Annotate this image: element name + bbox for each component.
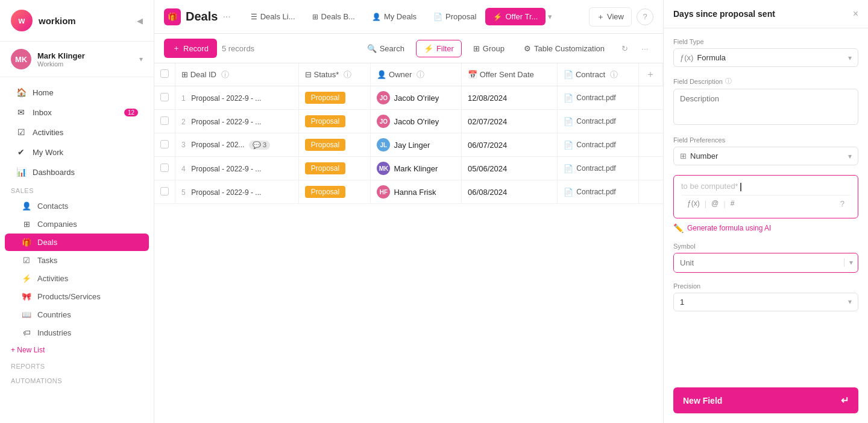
sidebar-item-industries[interactable]: 🏷 Industries [5,324,149,342]
tab-offer-tracker[interactable]: ⚡ Offer Tr... [485,8,546,25]
tab-my-deals[interactable]: 👤 My Deals [364,8,424,25]
field-type-select[interactable]: ƒ(x) Formula ▾ [673,48,858,67]
sidebar-item-my-work[interactable]: ✔ My Work [5,142,149,162]
row-checkbox[interactable] [154,157,175,180]
sidebar-item-tasks[interactable]: ☑ Tasks [5,252,149,269]
panel-close-button[interactable]: × [853,8,858,19]
top-bar: 🎁 Deals ··· ☰ Deals Li... ⊞ Deals B... 👤… [154,0,663,34]
status-badge: Proposal [305,139,345,151]
sidebar-item-activities-top[interactable]: ☑ Activities [5,122,149,142]
user-chevron-icon[interactable]: ▾ [139,55,143,63]
sidebar-item-home[interactable]: 🏠 Home [5,83,149,102]
sidebar-item-label: My Work [33,148,63,157]
formula-help-button[interactable]: ? [840,199,844,208]
col-offer-sent-date[interactable]: 📅 Offer Sent Date [462,63,558,86]
owner-cell: JO Jacob O'riley [371,110,462,133]
offer-icon: ⚡ [493,13,502,21]
my-deals-icon: 👤 [372,13,381,21]
page-more-button[interactable]: ··· [222,11,230,22]
owner-name: Jacob O'riley [394,117,439,126]
refresh-button[interactable]: ↻ [616,40,633,57]
field-desc-input[interactable] [673,89,858,125]
contract-icon: 📄 [564,70,573,79]
ai-label: Generate formula using AI [687,224,771,232]
row-number: 3 [181,141,186,149]
field-pref-section: Field Preferences ⊞ Number ▾ [673,136,858,165]
deals-table: ⊞ Deal ID ⓘ ⊟ Status* ⓘ 👤 Owner ⓘ [154,63,663,204]
unit-chevron-icon[interactable]: ▾ [844,258,858,267]
activities-sub-icon: ⚡ [22,274,31,283]
row-checkbox[interactable] [154,133,175,157]
col-owner[interactable]: 👤 Owner ⓘ [371,63,462,86]
unit-input[interactable] [674,253,844,272]
field-pref-select[interactable]: ⊞ Number ▾ [673,147,858,165]
col-status[interactable]: ⊟ Status* ⓘ [298,63,371,86]
owner-name: Jay Linger [394,141,430,150]
help-button[interactable]: ? [637,8,653,25]
symbol-section: Symbol ▾ [673,243,858,273]
formula-hash-button[interactable]: # [731,199,735,208]
row-checkbox[interactable] [154,180,175,204]
search-button[interactable]: 🔍 Search [359,40,412,57]
formula-editor[interactable]: to be computed* ƒ(x) | @ | # ? [673,175,858,218]
table-row[interactable]: 4 Proposal - 2022-9 - ... Proposal MK Ma… [154,157,663,180]
table-row[interactable]: 1 Proposal - 2022-9 - ... Proposal JO Ja… [154,86,663,110]
tab-deals-list[interactable]: ☰ Deals Li... [243,8,303,25]
view-button[interactable]: ＋ View [589,7,632,27]
sidebar-item-companies[interactable]: ⊞ Companies [5,215,149,233]
sidebar-item-products[interactable]: 🎀 Products/Services [5,288,149,305]
precision-select[interactable]: 1 ▾ [673,293,858,311]
home-icon: 🏠 [16,87,27,97]
table-row[interactable]: 5 Proposal - 2022-9 - ... Proposal HF Ha… [154,180,663,204]
group-button[interactable]: ⊞ Group [465,40,512,57]
precision-section: Precision 1 ▾ [673,282,858,311]
tab-dropdown-button[interactable]: ▾ [548,12,552,21]
contract-name: Contract.pdf [576,141,615,149]
dashboards-icon: 📊 [16,167,27,177]
sidebar-user[interactable]: MK Mark Klinger Workiom ▾ [0,42,154,77]
precision-value: 1 [680,297,684,307]
col-contract[interactable]: 📄 Contract ⓘ [558,63,638,86]
table-customization-button[interactable]: ⚙ Table Customization [516,40,612,57]
ai-generate-button[interactable]: ✏️ Generate formula using AI [673,223,858,233]
new-field-label: New Field [683,396,722,406]
sidebar-item-inbox[interactable]: ✉ Inbox 12 [5,103,149,122]
add-column-header[interactable]: ＋ [638,63,662,86]
formula-icon: ƒ(x) [680,53,693,62]
formula-at-button[interactable]: @ [711,199,719,208]
sidebar-collapse-button[interactable]: ◀ [137,16,143,25]
owner-cell: JO Jacob O'riley [371,86,462,110]
new-field-button[interactable]: New Field ↵ [673,387,858,413]
row-checkbox[interactable] [154,86,175,110]
col-deal-id[interactable]: ⊞ Deal ID ⓘ [175,63,299,86]
field-type-section: Field Type ƒ(x) Formula ▾ [673,38,858,67]
tab-deals-board[interactable]: ⊞ Deals B... [304,8,363,25]
sidebar-item-contacts[interactable]: 👤 Contacts [5,197,149,215]
more-options-button[interactable]: ··· [637,40,653,57]
deal-id: Proposal - 2022-9 - ... [191,118,261,126]
formula-section: to be computed* ƒ(x) | @ | # ? ✏️ Genera… [673,175,858,233]
tasks-icon: ☑ [22,256,31,265]
app-logo: w [11,10,33,31]
sidebar-item-dashboards[interactable]: 📊 Dashboards [5,162,149,182]
owner-name: Jacob O'riley [394,94,439,103]
sidebar-item-deals[interactable]: 🎁 Deals [5,234,149,251]
unit-field[interactable]: ▾ [673,253,858,273]
row-checkbox[interactable] [154,110,175,133]
tab-proposal[interactable]: 📄 Proposal [426,8,484,25]
formula-toolbar: ƒ(x) | @ | # ? [681,195,851,212]
filter-button[interactable]: ⚡ Filter [416,40,462,57]
sidebar-item-activities[interactable]: ⚡ Activities [5,270,149,287]
checkbox-header[interactable] [154,63,175,86]
date-cell: 06/08/2024 [462,180,558,204]
table-row[interactable]: 2 Proposal - 2022-9 - ... Proposal JO Ja… [154,110,663,133]
avatar: MK [11,49,31,69]
record-button[interactable]: ＋ Record [164,39,217,58]
table-row[interactable]: 3 Proposal - 202... 💬 3 Proposal JL Jay … [154,133,663,157]
new-list-button[interactable]: + New List [0,342,154,358]
file-icon: 📄 [564,188,573,197]
sidebar-item-countries[interactable]: 📖 Countries [5,306,149,323]
date-cell: 12/08/2024 [462,86,558,110]
formula-fx-button[interactable]: ƒ(x) [687,199,700,208]
inbox-badge: 12 [124,109,138,116]
